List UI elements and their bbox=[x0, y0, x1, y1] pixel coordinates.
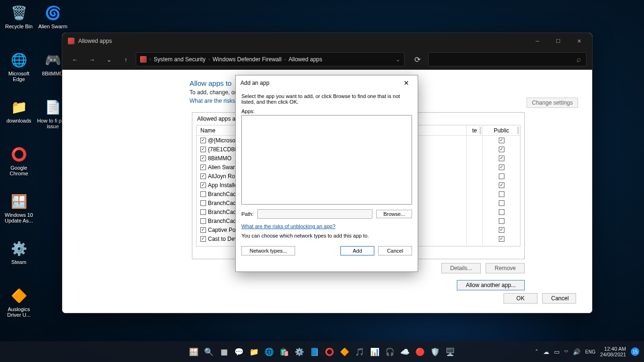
minimize-button[interactable]: ─ bbox=[527, 34, 548, 48]
public-checkbox[interactable] bbox=[499, 173, 504, 179]
taskbar-app-icon[interactable]: 🪟 bbox=[188, 346, 200, 358]
public-checkbox[interactable] bbox=[499, 138, 504, 143]
taskbar-app-icon[interactable]: 💬 bbox=[233, 346, 245, 358]
onedrive-icon[interactable]: ☁ bbox=[543, 348, 549, 355]
public-checkbox[interactable] bbox=[499, 236, 504, 242]
row-checkbox[interactable] bbox=[200, 200, 206, 206]
system-tray[interactable]: ˄ ☁ ▭ ⌔ 🔊 ENG 12:40 AM 24/08/2021 15 bbox=[535, 346, 639, 357]
clock[interactable]: 12:40 AM 24/08/2021 bbox=[600, 346, 626, 357]
titlebar[interactable]: Allowed apps ─ ☐ ✕ bbox=[62, 33, 592, 49]
taskbar-app-icon[interactable]: 🛡️ bbox=[429, 346, 441, 358]
maximize-button[interactable]: ☐ bbox=[548, 34, 569, 48]
ok-button[interactable]: OK bbox=[504, 293, 537, 304]
taskbar-app-icon[interactable]: 🔍 bbox=[203, 346, 215, 358]
table-row[interactable] bbox=[483, 145, 520, 154]
path-input[interactable] bbox=[257, 209, 372, 219]
taskbar-app-icon[interactable]: 📁 bbox=[248, 346, 260, 358]
remove-button[interactable]: Remove bbox=[486, 263, 525, 273]
close-button[interactable]: ✕ bbox=[569, 34, 589, 48]
back-button[interactable]: ← bbox=[68, 52, 82, 66]
taskbar-app-icon[interactable]: 📘 bbox=[308, 346, 321, 358]
change-settings-button[interactable]: Change settings bbox=[527, 98, 578, 108]
desktop-icon[interactable]: 📁downloads bbox=[2, 97, 36, 123]
notification-badge[interactable]: 15 bbox=[631, 347, 639, 356]
recent-dropdown[interactable]: ⌄ bbox=[102, 52, 116, 66]
dialog-titlebar[interactable]: Add an app ✕ bbox=[236, 75, 418, 90]
table-row[interactable] bbox=[483, 216, 520, 225]
tray-overflow-icon[interactable]: ˄ bbox=[535, 348, 538, 355]
table-row[interactable] bbox=[483, 154, 520, 163]
wifi-icon[interactable]: ⌔ bbox=[564, 348, 568, 355]
breadcrumb[interactable]: › System and Security › Windows Defender… bbox=[136, 52, 405, 66]
public-checkbox[interactable] bbox=[499, 218, 504, 224]
table-row[interactable] bbox=[483, 136, 520, 145]
row-checkbox[interactable] bbox=[200, 218, 206, 224]
details-button[interactable]: Details... bbox=[441, 263, 481, 273]
taskbar-app-icon[interactable]: 🛍️ bbox=[278, 346, 290, 358]
browse-button[interactable]: Browse... bbox=[376, 210, 412, 218]
row-checkbox[interactable] bbox=[200, 182, 206, 188]
table-row[interactable] bbox=[483, 189, 520, 198]
row-checkbox[interactable] bbox=[200, 138, 206, 143]
breadcrumb-item[interactable]: System and Security bbox=[154, 56, 206, 63]
taskbar-app-icon[interactable]: 🔶 bbox=[339, 346, 351, 358]
apps-listbox[interactable] bbox=[241, 115, 412, 205]
chevron-down-icon[interactable]: ⌄ bbox=[396, 56, 400, 63]
breadcrumb-item[interactable]: Windows Defender Firewall bbox=[213, 56, 281, 63]
desktop-icon[interactable]: 🪟Windows 10 Update As... bbox=[2, 191, 36, 223]
breadcrumb-item[interactable]: Allowed apps bbox=[289, 56, 322, 63]
taskbar-app-icon[interactable]: 🎧 bbox=[384, 346, 396, 358]
cancel-button[interactable]: Cancel bbox=[542, 293, 576, 304]
table-row[interactable] bbox=[483, 181, 520, 189]
row-checkbox[interactable] bbox=[200, 227, 206, 233]
row-checkbox[interactable] bbox=[200, 156, 206, 161]
public-checkbox[interactable] bbox=[499, 156, 504, 161]
table-row[interactable] bbox=[483, 234, 520, 243]
public-checkbox[interactable] bbox=[499, 200, 504, 206]
taskbar-app-icon[interactable]: ⚙️ bbox=[293, 346, 305, 358]
refresh-button[interactable]: ⟳ bbox=[409, 52, 425, 66]
search-input[interactable]: ⌕ bbox=[428, 52, 586, 66]
table-row[interactable] bbox=[483, 172, 520, 181]
public-checkbox[interactable] bbox=[499, 227, 504, 233]
column-header-private[interactable]: te bbox=[467, 125, 482, 136]
public-checkbox[interactable] bbox=[499, 165, 504, 170]
desktop-icon[interactable]: 🗑️Recycle Bin bbox=[2, 3, 36, 29]
taskbar-app-icon[interactable]: 🖥️ bbox=[444, 346, 456, 358]
dialog-cancel-button[interactable]: Cancel bbox=[378, 246, 412, 255]
row-checkbox[interactable] bbox=[200, 165, 206, 170]
taskbar-app-icon[interactable]: 📊 bbox=[369, 346, 381, 358]
forward-button[interactable]: → bbox=[85, 52, 99, 66]
row-checkbox[interactable] bbox=[200, 209, 206, 215]
up-button[interactable]: ↑ bbox=[119, 52, 133, 66]
row-checkbox[interactable] bbox=[200, 236, 206, 242]
risks-link[interactable]: What are the risks bbox=[190, 98, 235, 104]
battery-icon[interactable]: ▭ bbox=[554, 348, 560, 355]
taskbar-app-icon[interactable]: 🔴 bbox=[414, 346, 426, 358]
taskbar-app-icon[interactable]: ☁️ bbox=[399, 346, 411, 358]
taskbar-app-icon[interactable]: ▦ bbox=[218, 346, 230, 358]
row-checkbox[interactable] bbox=[200, 191, 206, 197]
dialog-close-button[interactable]: ✕ bbox=[400, 77, 413, 89]
table-row[interactable] bbox=[483, 207, 520, 216]
taskbar[interactable]: 🪟🔍▦💬📁🌐🛍️⚙️📘⭕🔶🎵📊🎧☁️🔴🛡️🖥️ ˄ ☁ ▭ ⌔ 🔊 ENG 12… bbox=[0, 341, 644, 362]
desktop-icon[interactable]: 🌐Microsoft Edge bbox=[2, 50, 36, 82]
table-row[interactable] bbox=[483, 198, 520, 207]
allow-another-app-button[interactable]: Allow another app... bbox=[457, 280, 525, 290]
desktop-icon[interactable]: ⚙️Steam bbox=[2, 239, 36, 265]
unblocking-risks-link[interactable]: What are the risks of unblocking an app? bbox=[241, 223, 335, 229]
public-checkbox[interactable] bbox=[499, 209, 504, 215]
network-types-button[interactable]: Network types... bbox=[241, 246, 295, 255]
taskbar-app-icon[interactable]: ⭕ bbox=[323, 346, 336, 358]
taskbar-app-icon[interactable]: 🌐 bbox=[263, 346, 275, 358]
public-checkbox[interactable] bbox=[499, 191, 504, 197]
language-icon[interactable]: ENG bbox=[585, 349, 595, 354]
volume-icon[interactable]: 🔊 bbox=[573, 348, 580, 355]
column-header-public[interactable]: Public bbox=[483, 125, 520, 136]
add-button[interactable]: Add bbox=[340, 246, 374, 255]
public-checkbox[interactable] bbox=[499, 147, 504, 152]
table-row[interactable] bbox=[483, 225, 520, 234]
desktop-icon[interactable]: 🌀Alien Swarm bbox=[36, 3, 70, 29]
desktop-icon[interactable]: ⭕Google Chrome bbox=[2, 144, 36, 176]
taskbar-app-icon[interactable]: 🎵 bbox=[354, 346, 366, 358]
